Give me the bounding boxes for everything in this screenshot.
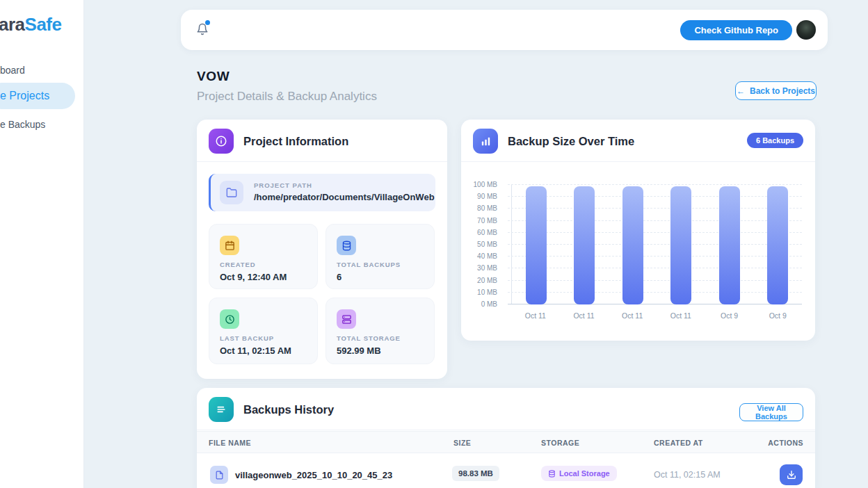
bar-chart-icon <box>473 129 498 154</box>
project-info-header: Project Information <box>197 120 447 162</box>
x-tick-label: Oct 11 <box>657 311 705 320</box>
backup-size-badge: 98.83 MB <box>452 466 499 481</box>
page-subtitle: Project Details & Backup Analytics <box>197 90 377 104</box>
x-tick-label: Oct 9 <box>753 311 802 320</box>
back-arrow-icon: ← <box>737 86 745 96</box>
clock-icon <box>220 309 239 329</box>
y-tick-label: 80 MB <box>477 204 497 212</box>
y-tick-label: 0 MB <box>481 300 497 308</box>
project-path-panel: PROJECT PATH /home/predator/Documents/Vi… <box>209 174 435 211</box>
backup-created-at: Oct 11, 02:15 AM <box>654 470 721 480</box>
bar-slot <box>512 185 561 304</box>
project-information-card: Project Information PROJECT PATH /home/p… <box>197 120 447 379</box>
bar-slot <box>561 185 609 304</box>
server-icon <box>337 309 356 329</box>
bar-slot <box>657 185 706 304</box>
y-tick-label: 40 MB <box>477 252 497 260</box>
column-header-actions: ACTIONS <box>768 439 803 447</box>
backup-file-name: villageonweb_2025_10_10_20_45_23 <box>235 470 392 480</box>
storage-type-label: Local Storage <box>559 469 610 478</box>
bar-slot <box>754 185 803 304</box>
stat-tile-last-backup: LAST BACKUP Oct 11, 02:15 AM <box>209 298 318 364</box>
stat-value: Oct 9, 12:40 AM <box>220 272 287 282</box>
bell-icon <box>196 26 209 38</box>
column-header-size: SIZE <box>453 439 471 447</box>
project-info-title: Project Information <box>243 135 348 148</box>
x-tick-label: Oct 11 <box>608 311 657 320</box>
file-icon <box>210 466 228 484</box>
chart-y-axis: 0 MB10 MB20 MB30 MB40 MB50 MB60 MB70 MB8… <box>461 185 504 304</box>
notification-bell-button[interactable] <box>196 23 213 40</box>
backup-size-bar[interactable] <box>719 186 740 304</box>
backup-size-bar[interactable] <box>622 186 643 304</box>
download-icon <box>787 470 796 480</box>
logo-text-dark: ara <box>0 14 25 35</box>
download-backup-button[interactable] <box>780 464 803 485</box>
stat-value: Oct 11, 02:15 AM <box>220 345 291 356</box>
sidebar-item-projects-label: e Projects <box>0 90 49 102</box>
column-header-created-at: CREATED AT <box>654 439 703 447</box>
info-icon <box>209 129 234 154</box>
calendar-icon <box>220 236 239 255</box>
stat-label: TOTAL STORAGE <box>337 334 401 342</box>
app-screen: araSafe board e Projects e Backups Check… <box>0 0 868 488</box>
sidebar-item-backups[interactable]: e Backups <box>0 119 45 130</box>
stat-tile-created: CREATED Oct 9, 12:40 AM <box>209 224 318 289</box>
database-small-icon <box>548 470 556 478</box>
stat-label: TOTAL BACKUPS <box>337 261 401 268</box>
backups-history-title: Backups History <box>243 403 334 416</box>
topbar: Check Github Repo <box>181 10 828 50</box>
stat-value: 6 <box>337 272 341 282</box>
stat-value: 592.99 MB <box>337 345 381 356</box>
back-to-projects-button[interactable]: ← Back to Projects <box>735 81 817 100</box>
backup-size-bar[interactable] <box>526 186 547 304</box>
backup-size-chart-card: Backup Size Over Time 6 Backups 0 MB10 M… <box>461 120 815 341</box>
stat-tile-total-storage: TOTAL STORAGE 592.99 MB <box>326 298 435 364</box>
y-tick-label: 70 MB <box>477 217 497 225</box>
sidebar: araSafe board e Projects e Backups <box>0 0 84 488</box>
list-icon <box>209 397 234 422</box>
y-tick-label: 10 MB <box>477 288 497 296</box>
x-tick-label: Oct 9 <box>705 311 754 320</box>
backup-size-bar[interactable] <box>574 186 595 304</box>
stat-label: CREATED <box>220 261 256 268</box>
chart-x-axis: Oct 11Oct 11Oct 11Oct 11Oct 9Oct 9 <box>511 311 802 320</box>
backups-history-header: Backups History View All Backups <box>197 388 815 430</box>
check-github-repo-button[interactable]: Check Github Repo <box>680 20 792 40</box>
column-header-storage: STORAGE <box>541 439 579 447</box>
folder-icon <box>220 181 243 204</box>
bar-slot <box>609 185 657 304</box>
sidebar-item-dashboard[interactable]: board <box>0 65 25 76</box>
table-header-row: FILE NAME SIZE STORAGE CREATED AT ACTION… <box>197 431 815 453</box>
stat-tile-total-backups: TOTAL BACKUPS 6 <box>326 224 435 289</box>
chart-card-title: Backup Size Over Time <box>508 135 634 148</box>
notification-dot <box>205 20 210 25</box>
table-row: villageonweb_2025_10_10_20_45_23 98.83 M… <box>197 453 815 488</box>
view-all-backups-button[interactable]: View All Backups <box>739 403 803 421</box>
y-tick-label: 30 MB <box>477 264 497 272</box>
database-icon <box>337 236 356 255</box>
y-tick-label: 100 MB <box>474 181 497 188</box>
chart-card-header: Backup Size Over Time 6 Backups <box>461 120 815 162</box>
app-logo: araSafe <box>0 14 61 35</box>
bar-slot <box>705 185 754 304</box>
sidebar-item-projects[interactable]: e Projects <box>0 83 75 109</box>
storage-type-badge: Local Storage <box>541 466 617 481</box>
column-header-file-name: FILE NAME <box>209 439 251 447</box>
backup-size-bar[interactable] <box>670 186 691 304</box>
project-path-value: /home/predator/Documents/VillageOnWeb <box>254 192 435 202</box>
y-tick-label: 20 MB <box>477 277 497 284</box>
x-tick-label: Oct 11 <box>560 311 609 320</box>
back-button-label: Back to Projects <box>750 86 815 96</box>
user-avatar[interactable] <box>796 20 816 40</box>
stat-label: LAST BACKUP <box>220 334 274 342</box>
chart-bars <box>512 185 802 304</box>
y-tick-label: 90 MB <box>477 193 497 200</box>
backup-size-bar[interactable] <box>767 186 788 304</box>
x-tick-label: Oct 11 <box>511 311 560 320</box>
logo-text-blue: Safe <box>25 14 62 35</box>
y-tick-label: 50 MB <box>477 241 497 248</box>
chart-plot <box>511 185 802 304</box>
y-tick-label: 60 MB <box>477 229 497 236</box>
backups-history-card: Backups History View All Backups FILE NA… <box>197 388 815 488</box>
